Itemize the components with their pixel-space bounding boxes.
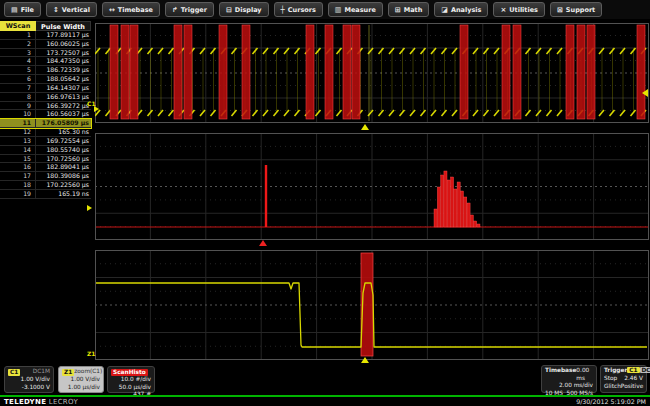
scanhisto-counts-per-div: 10.0 #/div: [111, 376, 151, 384]
pulse-width-value: 166.97613 µs: [36, 93, 91, 101]
c1-descriptor-box[interactable]: C1 DC1M 1.00 V/div -3.1000 V: [4, 366, 54, 393]
table-row[interactable]: 7164.14307 µs: [0, 84, 91, 93]
pulse-width-value: 165.30 ns: [36, 128, 91, 136]
row-index: 4: [0, 57, 36, 65]
trigger-icon: ↱: [172, 6, 178, 14]
table-row[interactable]: 5186.72339 µs: [0, 66, 91, 75]
trigger-delay-marker-bottom-icon[interactable]: [361, 357, 369, 363]
menu-item-trigger[interactable]: ↱Trigger: [165, 2, 214, 17]
menu-item-measure[interactable]: ▥Measure: [328, 2, 383, 17]
oscilloscope-app: { "colors": { "accent_yellow": "#e6e600"…: [0, 0, 650, 406]
table-row[interactable]: 12165.30 ns: [0, 128, 91, 137]
c1-offset-arrow-icon[interactable]: [642, 89, 648, 97]
display-icon: ⊟: [226, 6, 232, 14]
histogram-spike: [265, 165, 267, 227]
trigger-title: Trigger: [604, 367, 627, 375]
row-index: 9: [0, 102, 36, 110]
pulse-width-column-header: Pulse Width: [36, 21, 91, 31]
c1-volts-per-div: 1.00 V/div: [8, 376, 50, 384]
cursors-icon: ┼: [281, 6, 285, 14]
z1-time-per-div: 1.00 µs/div: [62, 384, 100, 392]
histogram-cluster: [434, 171, 480, 227]
waveform-display-area[interactable]: C1 Z1: [95, 23, 649, 360]
row-index: 18: [0, 181, 36, 189]
trigger-type: Glitch: [604, 383, 621, 391]
menu-item-label: Measure: [344, 6, 375, 14]
table-row[interactable]: 1177.89117 µs: [0, 31, 91, 40]
menu-item-label: File: [21, 6, 34, 14]
vertical-icon: ↕: [53, 6, 59, 14]
row-index: 5: [0, 66, 36, 74]
menu-item-math[interactable]: ⊞Math: [388, 2, 429, 17]
c1-trace-start-marker-icon: [94, 106, 99, 112]
menu-item-timebase[interactable]: ↔Timebase: [102, 2, 160, 17]
trigger-box[interactable]: Trigger C1DC Stop 2.46 V Glitch Positive: [600, 365, 647, 393]
z1-descriptor-box[interactable]: Z1 zoom(C1) 1.00 V/div 1.00 µs/div: [58, 366, 104, 393]
scanhisto-badge: ScanHisto: [111, 369, 148, 376]
c1-offset: -3.1000 V: [8, 384, 50, 392]
menu-item-label: Math: [404, 6, 423, 14]
row-index: 2: [0, 40, 36, 48]
menu-item-cursors[interactable]: ┼Cursors: [274, 2, 323, 17]
pulse-width-value: 160.56037 µs: [36, 110, 91, 118]
c1-badge: C1: [8, 369, 20, 376]
glitch-highlight-bars: [110, 25, 645, 119]
trigger-level: 2.46 V: [624, 375, 643, 383]
pulse-width-value: 164.14307 µs: [36, 84, 91, 92]
table-row[interactable]: 9166.39272 µs: [0, 102, 91, 111]
math-icon: ⊞: [395, 6, 401, 14]
menu-item-utilities[interactable]: ×Utilities: [493, 2, 545, 17]
menu-item-support[interactable]: ⊠Support: [550, 2, 602, 17]
timebase-delay: 0.00 ms: [576, 367, 593, 382]
table-row[interactable]: 3173.72507 µs: [0, 49, 91, 58]
pulse-width-value: 169.72554 µs: [36, 137, 91, 145]
c1-coupling: DC1M: [33, 368, 50, 376]
pulse-width-value: 170.72560 µs: [36, 155, 91, 163]
trigger-delay-marker-top-icon[interactable]: [361, 124, 369, 130]
datetime: 9/30/2012 5:19:02 PM: [576, 398, 646, 405]
table-row[interactable]: 11176.05809 µs: [0, 119, 91, 128]
table-row[interactable]: 17180.39086 µs: [0, 172, 91, 181]
scanhisto-level-marker-icon: [87, 205, 92, 211]
trigger-slope: Positive: [621, 383, 643, 391]
scanhisto-descriptor-box[interactable]: ScanHisto 10.0 #/div 50.0 µs/div 437 #: [107, 366, 155, 393]
menu-item-display[interactable]: ⊟Display: [219, 2, 269, 17]
table-row[interactable]: 4184.47350 µs: [0, 57, 91, 66]
table-row[interactable]: 19165.19 ns: [0, 190, 91, 199]
row-index: 3: [0, 49, 36, 57]
histogram-cursor-marker-icon[interactable]: [259, 240, 267, 246]
panel-z1-zoom[interactable]: [95, 250, 649, 360]
brand-logo: TELEDYNE LECROY: [4, 398, 78, 406]
panel-scanhisto[interactable]: [95, 133, 649, 240]
table-row[interactable]: 2160.06025 µs: [0, 40, 91, 49]
pulse-width-value: 170.22560 µs: [36, 181, 91, 189]
row-index: 8: [0, 93, 36, 101]
z1-zoom-svg: [95, 250, 649, 360]
table-row[interactable]: 8166.97613 µs: [0, 93, 91, 102]
table-row[interactable]: 14180.55740 µs: [0, 146, 91, 155]
row-index: 16: [0, 163, 36, 171]
menu-item-label: Vertical: [62, 6, 90, 14]
z1-badge: Z1: [62, 369, 74, 376]
panel-c1-pulse-train[interactable]: [95, 23, 649, 123]
row-index: 11: [0, 119, 36, 127]
pulse-width-value: 166.39272 µs: [36, 102, 91, 110]
timebase-icon: ↔: [109, 6, 115, 14]
menu-item-file[interactable]: ▤File: [4, 2, 41, 17]
pulse-width-value: 180.55740 µs: [36, 146, 91, 154]
menu-item-analysis[interactable]: ◪Analysis: [434, 2, 488, 17]
pulse-width-value: 160.06025 µs: [36, 40, 91, 48]
pulse-width-value: 184.47350 µs: [36, 57, 91, 65]
menu-item-vertical[interactable]: ↕Vertical: [46, 2, 97, 17]
menu-item-label: Analysis: [451, 6, 481, 14]
analysis-icon: ◪: [441, 6, 448, 14]
scanhisto-width-per-div: 50.0 µs/div: [111, 384, 151, 392]
row-index: 13: [0, 137, 36, 145]
timebase-box[interactable]: Timebase 0.00 ms 2.00 ms/div 10 MS 500 M…: [541, 365, 597, 393]
table-row[interactable]: 10160.56037 µs: [0, 110, 91, 119]
table-row[interactable]: 15170.72560 µs: [0, 155, 91, 164]
table-row[interactable]: 13169.72554 µs: [0, 137, 91, 146]
table-row[interactable]: 18170.22560 µs: [0, 181, 91, 190]
table-row[interactable]: 16182.89041 µs: [0, 163, 91, 172]
table-row[interactable]: 6188.05642 µs: [0, 75, 91, 84]
